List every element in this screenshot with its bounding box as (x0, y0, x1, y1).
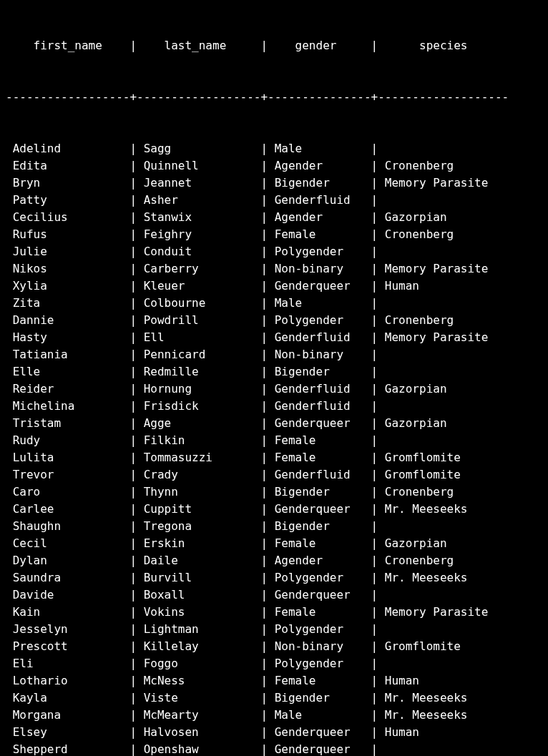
table-row: Nikos | Carberry | Non-binary | Memory P… (6, 260, 542, 278)
table-cell: Reider (6, 381, 129, 398)
column-separator: | (260, 37, 268, 54)
table-cell: Genderqueer (268, 278, 371, 295)
column-separator: | (371, 552, 378, 569)
table-cell: Kain (6, 604, 129, 621)
table-cell: Hornung (137, 381, 260, 398)
column-separator: | (260, 569, 268, 586)
column-separator: | (129, 157, 137, 175)
column-separator: | (371, 278, 378, 295)
table-cell: Memory Parasite (378, 175, 509, 192)
column-separator: | (371, 604, 378, 621)
table-cell: Lightman (137, 621, 260, 638)
column-separator: | (371, 381, 378, 398)
table-cell: Gazorpian (378, 381, 509, 398)
table-cell: Female (268, 226, 371, 243)
table-row: Rudy | Filkin | Female | (6, 432, 542, 449)
table-row: Rufus | Feighry | Female | Cronenberg (6, 226, 542, 243)
column-separator: | (129, 415, 137, 432)
table-cell: Adelind (6, 140, 129, 157)
column-separator: | (371, 672, 378, 689)
table-cell: Human (378, 672, 509, 689)
table-row: Carlee | Cuppitt | Genderqueer | Mr. Mee… (6, 501, 542, 518)
table-cell: Genderfluid (268, 192, 371, 209)
column-separator: | (129, 621, 137, 638)
table-header-cell: first_name (6, 37, 129, 54)
table-header-cell: species (378, 37, 509, 54)
table-cell: Erskin (137, 535, 260, 552)
table-cell (378, 140, 509, 157)
table-cell: Morgana (6, 707, 129, 724)
table-cell: Crady (137, 466, 260, 483)
table-cell: Asher (137, 192, 260, 209)
table-row: Elle | Redmille | Bigender | (6, 363, 542, 381)
table-row: Saundra | Burvill | Polygender | Mr. Mee… (6, 569, 542, 586)
column-separator: | (371, 483, 378, 501)
table-row: Morgana | McMearty | Male | Mr. Meeseeks (6, 707, 542, 724)
table-cell (378, 363, 509, 381)
table-cell: Agge (137, 415, 260, 432)
table-cell: Mr. Meeseeks (378, 689, 509, 707)
column-separator: | (129, 466, 137, 483)
column-separator: | (260, 501, 268, 518)
column-separator: | (129, 363, 137, 381)
table-row: Dannie | Powdrill | Polygender | Cronenb… (6, 312, 542, 329)
table-header-row: first_name | last_name | gender | specie… (6, 37, 542, 54)
column-separator: | (371, 621, 378, 638)
table-cell (378, 295, 509, 312)
table-cell: Killelay (137, 638, 260, 655)
table-cell: Saundra (6, 569, 129, 586)
table-row: Trevor | Crady | Genderfluid | Gromflomi… (6, 466, 542, 483)
table-cell: Cecilius (6, 209, 129, 226)
table-cell: Foggo (137, 655, 260, 672)
column-separator: | (260, 535, 268, 552)
table-cell: Boxall (137, 586, 260, 604)
table-cell: Redmille (137, 363, 260, 381)
table-cell: Bigender (268, 175, 371, 192)
column-separator: | (371, 466, 378, 483)
column-separator: | (260, 157, 268, 175)
table-cell: Carberry (137, 260, 260, 278)
column-separator: | (129, 449, 137, 466)
table-body: Adelind | Sagg | Male | Edita | Quinnell… (6, 140, 542, 756)
column-separator: | (371, 501, 378, 518)
table-cell: Polygender (268, 569, 371, 586)
table-cell: Caro (6, 483, 129, 501)
table-header-cell: gender (268, 37, 371, 54)
column-separator: | (371, 312, 378, 329)
table-cell: Female (268, 672, 371, 689)
table-cell (378, 192, 509, 209)
table-cell: Genderqueer (268, 741, 371, 756)
table-row: Tristam | Agge | Genderqueer | Gazorpian (6, 415, 542, 432)
column-separator: | (371, 140, 378, 157)
column-separator: | (371, 586, 378, 604)
table-cell: Quinnell (137, 157, 260, 175)
column-separator: | (371, 157, 378, 175)
column-separator: | (371, 689, 378, 707)
column-separator: | (260, 604, 268, 621)
column-separator: | (260, 346, 268, 363)
table-cell: Cuppitt (137, 501, 260, 518)
table-cell: Thynn (137, 483, 260, 501)
column-separator: | (371, 329, 378, 346)
table-cell: Bigender (268, 363, 371, 381)
table-cell: Genderqueer (268, 724, 371, 741)
table-row: Prescott | Killelay | Non-binary | Gromf… (6, 638, 542, 655)
column-separator: | (371, 535, 378, 552)
table-cell: Non-binary (268, 346, 371, 363)
column-separator: | (129, 243, 137, 260)
table-cell: Genderfluid (268, 329, 371, 346)
table-cell: Viste (137, 689, 260, 707)
table-cell (378, 621, 509, 638)
table-cell (378, 586, 509, 604)
table-divider: ------------------+------------------+--… (6, 89, 542, 106)
table-cell: Feighry (137, 226, 260, 243)
terminal-output: first_name | last_name | gender | specie… (0, 0, 548, 756)
table-cell: Genderqueer (268, 501, 371, 518)
column-separator: | (129, 604, 137, 621)
table-cell: Cronenberg (378, 552, 509, 569)
table-cell: Gromflomite (378, 449, 509, 466)
column-separator: | (129, 209, 137, 226)
table-cell: Cronenberg (378, 483, 509, 501)
table-row: Julie | Conduit | Polygender | (6, 243, 542, 260)
table-cell (378, 655, 509, 672)
